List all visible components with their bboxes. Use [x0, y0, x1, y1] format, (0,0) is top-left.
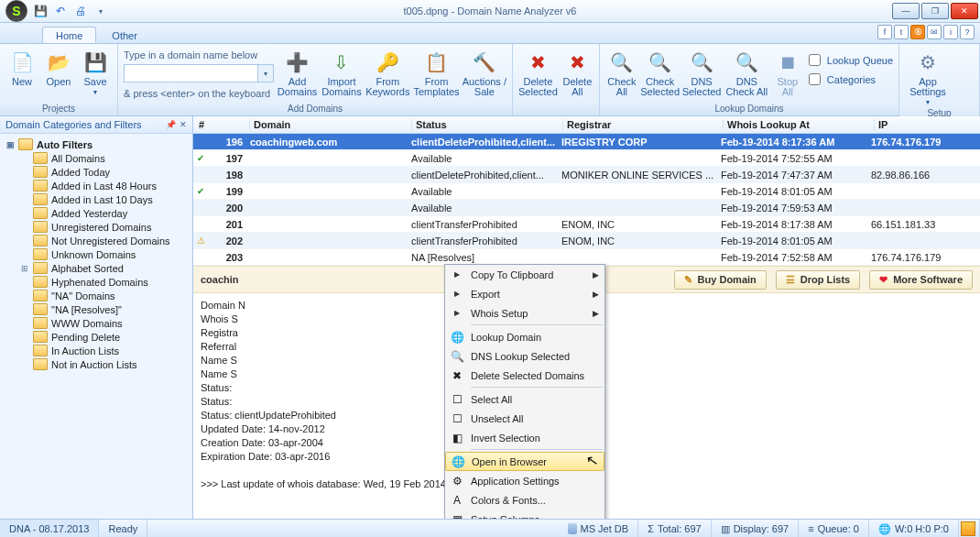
categories-check[interactable]: Categories [805, 71, 893, 88]
save-button[interactable]: 💾Save▾ [79, 48, 112, 97]
import-domains-button[interactable]: ⇩Import Domains [321, 48, 363, 97]
context-item[interactable]: ◧Invert Selection [445, 428, 604, 447]
sidebar-item[interactable]: "NA [Resolves]" [2, 302, 191, 316]
qat-save-icon[interactable]: 💾 [33, 4, 48, 18]
col-domain[interactable]: Domain [249, 119, 411, 130]
sidebar-item[interactable]: In Auction Lists [2, 344, 191, 357]
delete-selected-button[interactable]: ✖Delete Selected [518, 48, 558, 97]
mail-icon[interactable]: ✉ [927, 25, 942, 39]
twitter-icon[interactable]: t [894, 25, 909, 39]
folder-icon [33, 221, 48, 233]
context-item[interactable]: 🔍DNS Lookup Selected [445, 346, 604, 366]
sidebar-item[interactable]: All Domains [2, 151, 191, 165]
check-all-button[interactable]: 🔍Check All [605, 48, 638, 97]
app-settings-button[interactable]: ⚙App Settings▾ [905, 48, 951, 107]
context-item-icon: ▶ [449, 305, 465, 322]
close-button[interactable]: ✕ [951, 3, 978, 19]
pin-icon[interactable]: 📌 [166, 120, 176, 129]
from-templates-button[interactable]: 📋From Templates [412, 48, 460, 97]
from-keywords-button[interactable]: 🔑From Keywords [365, 48, 410, 97]
context-item[interactable]: ⚙Application Settings [445, 471, 604, 490]
context-item[interactable]: AColors & Fonts... [445, 490, 604, 510]
tab-other[interactable]: Other [98, 27, 151, 43]
table-row[interactable]: 198clientDeleteProhibited,client...MONIK… [193, 167, 980, 183]
context-item[interactable]: 🌐Lookup Domain [445, 327, 604, 346]
context-item-label: Open in Browser [472, 456, 547, 467]
context-item[interactable]: 🌐Open in Browser [445, 452, 604, 471]
sidebar-item[interactable]: Pending Delete [2, 330, 191, 344]
more-software-button[interactable]: ❤More Software [869, 270, 973, 290]
col-whois[interactable]: Whois Lookup At [723, 119, 874, 130]
tree-alphabet[interactable]: ⊞Alphabet Sorted [2, 261, 191, 275]
check-selected-button[interactable]: 🔍Check Selected [640, 48, 680, 97]
globe-icon: 🌐 [878, 523, 891, 535]
title-bar: S 💾 ↶ 🖨 ▾ t005.dpng - Domain Name Analyz… [0, 0, 980, 23]
sidebar-item[interactable]: "NA" Domains [2, 289, 191, 302]
table-row[interactable]: ⚠202clientTransferProhibitedENOM, INCFeb… [193, 233, 980, 249]
context-item[interactable]: ▦Setup Columns... [445, 510, 604, 519]
context-item-label: Export [471, 289, 500, 300]
new-button[interactable]: 📄New [5, 48, 38, 87]
row-num: 198 [208, 170, 246, 181]
sidebar-item[interactable]: Added Yesterday [2, 206, 191, 220]
sidebar-item[interactable]: Not Unregistered Domains [2, 234, 191, 247]
rss-icon[interactable]: ⦿ [910, 25, 925, 39]
table-row[interactable]: ✔197AvailableFeb-19-2014 7:52:55 AM [193, 150, 980, 167]
table-row[interactable]: 200AvailableFeb-19-2014 7:59:53 AM [193, 200, 980, 216]
domain-input[interactable] [124, 64, 258, 82]
sidebar-item[interactable]: Not in Auction Lists [2, 357, 191, 371]
qat-dropdown-icon[interactable]: ▾ [93, 4, 108, 18]
drop-lists-button[interactable]: ☰Drop Lists [776, 270, 860, 290]
sidebar-close-icon[interactable]: ✕ [180, 120, 187, 129]
context-menu[interactable]: ▶Copy To Clipboard▶▶Export▶▶Whois Setup▶… [444, 264, 605, 519]
grid-header[interactable]: # Domain Status Registrar Whois Lookup A… [193, 116, 980, 134]
facebook-icon[interactable]: f [877, 25, 892, 39]
sidebar-item[interactable]: WWW Domains [2, 316, 191, 330]
tree-auto-filters[interactable]: ▣Auto Filters [2, 137, 191, 151]
help-icon[interactable]: ? [960, 25, 975, 39]
social-links: f t ⦿ ✉ i ? [877, 25, 975, 39]
app-logo[interactable]: S [5, 0, 27, 22]
status-indicator[interactable] [959, 520, 980, 537]
maximize-button[interactable]: ❐ [921, 3, 949, 19]
tree[interactable]: ▣Auto Filters All DomainsAdded TodayAdde… [0, 134, 192, 519]
dns-check-all-button[interactable]: 🔍DNS Check All [724, 48, 770, 97]
col-registrar[interactable]: Registrar [562, 119, 723, 130]
col-num[interactable]: # [193, 119, 249, 130]
minimize-button[interactable]: — [892, 3, 920, 19]
col-ip[interactable]: IP [874, 119, 980, 130]
sidebar-item[interactable]: Added in Last 10 Days [2, 192, 191, 206]
tab-home[interactable]: Home [42, 27, 96, 43]
table-row[interactable]: 201clientTransferProhibitedENOM, INCFeb-… [193, 216, 980, 233]
grid-body[interactable]: 196coachingweb.comclientDeleteProhibited… [193, 134, 980, 266]
buy-domain-button[interactable]: ✎Buy Domain [674, 270, 767, 290]
sidebar-item[interactable]: Added in Last 48 Hours [2, 179, 191, 192]
context-item[interactable]: ▶Export▶ [445, 284, 604, 303]
sidebar-item[interactable]: Unregistered Domains [2, 220, 191, 234]
context-item[interactable]: ▶Whois Setup▶ [445, 303, 604, 323]
qat-undo-icon[interactable]: ↶ [53, 4, 68, 18]
lookup-queue-check[interactable]: Lookup Queue [805, 51, 893, 69]
context-item[interactable]: ☐Unselect All [445, 409, 604, 428]
table-row[interactable]: 196coachingweb.comclientDeleteProhibited… [193, 134, 980, 150]
sidebar-item[interactable]: Added Today [2, 165, 191, 179]
table-row[interactable]: ✔199AvailableFeb-19-2014 8:01:05 AM [193, 183, 980, 200]
delete-all-button[interactable]: ✖Delete All [561, 48, 593, 97]
check-sel-icon: 🔍 [648, 49, 673, 75]
dns-selected-button[interactable]: 🔍DNS Selected [681, 48, 721, 97]
file-new-icon: 📄 [9, 49, 35, 75]
auctions-button[interactable]: 🔨Auctions / Sale [463, 48, 506, 97]
add-domains-button[interactable]: ➕Add Domains [276, 48, 318, 97]
domain-input-dropdown[interactable]: ▾ [258, 64, 274, 82]
domain-typein: Type in a domain name below ▾ & press <e… [124, 48, 274, 99]
context-item[interactable]: ☐Select All [445, 389, 604, 409]
open-button[interactable]: 📂Open [42, 48, 75, 87]
context-item[interactable]: ▶Copy To Clipboard▶ [445, 265, 604, 284]
context-item[interactable]: ✖Delete Selected Domains [445, 366, 604, 385]
col-status[interactable]: Status [411, 119, 562, 130]
qat-print-icon[interactable]: 🖨 [73, 4, 88, 18]
sidebar-item[interactable]: Unknown Domains [2, 247, 191, 261]
info-icon[interactable]: i [943, 25, 958, 39]
sidebar-item[interactable]: Hyphenated Domains [2, 275, 191, 289]
stop-all-button[interactable]: ⏹Stop All [772, 48, 803, 97]
